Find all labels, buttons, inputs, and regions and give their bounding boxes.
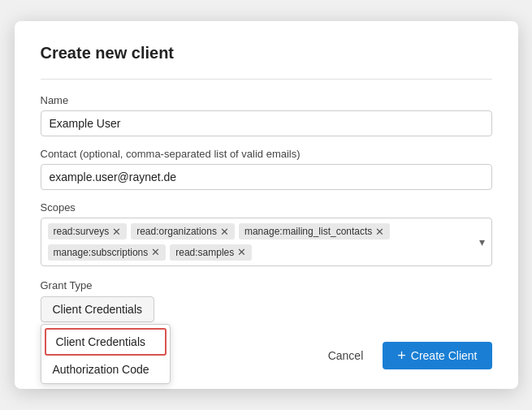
grant-type-label: Grant Type: [41, 279, 492, 291]
scopes-label: Scopes: [41, 201, 492, 214]
scope-tag-label: manage:mailing_list_contacts: [244, 226, 372, 237]
grant-type-button[interactable]: Client Credentials: [41, 296, 155, 322]
scopes-chevron-icon[interactable]: ▾: [479, 235, 485, 248]
contact-label: Contact (optional, comma-separated list …: [41, 148, 492, 160]
dropdown-item-label: Client Credentials: [56, 335, 146, 348]
scope-tag[interactable]: manage:mailing_list_contacts ✕: [239, 223, 390, 240]
scope-remove-icon[interactable]: ✕: [112, 227, 121, 237]
create-client-label: Create Client: [411, 349, 478, 362]
scope-tag[interactable]: manage:subscriptions ✕: [48, 244, 167, 261]
scope-tag-label: read:organizations: [136, 226, 217, 237]
cancel-button[interactable]: Cancel: [318, 343, 374, 368]
create-client-dialog: Create new client Name Contact (optional…: [15, 21, 518, 389]
dropdown-item-label: Authorization Code: [53, 363, 149, 376]
dropdown-item-authorization-code[interactable]: Authorization Code: [41, 356, 170, 383]
scope-remove-icon[interactable]: ✕: [151, 247, 160, 257]
contact-input[interactable]: [41, 164, 492, 190]
divider: [41, 79, 492, 80]
grant-type-dropdown-wrapper: Client Credentials Client Credentials Au…: [41, 296, 155, 322]
scope-tag[interactable]: read:samples ✕: [170, 244, 252, 261]
scope-tag-label: read:surveys: [54, 226, 110, 237]
dropdown-item-client-credentials[interactable]: Client Credentials: [45, 328, 167, 356]
scope-tag[interactable]: read:surveys ✕: [48, 223, 128, 240]
grant-type-dropdown-menu: Client Credentials Authorization Code: [41, 324, 171, 384]
scope-tag[interactable]: read:organizations ✕: [131, 223, 235, 240]
scope-remove-icon[interactable]: ✕: [237, 247, 246, 257]
scope-tag-label: read:samples: [175, 247, 234, 258]
scope-remove-icon[interactable]: ✕: [375, 227, 384, 237]
name-label: Name: [41, 94, 492, 106]
create-client-button[interactable]: + Create Client: [383, 342, 491, 369]
scope-remove-icon[interactable]: ✕: [220, 227, 229, 237]
dialog-title: Create new client: [41, 44, 492, 63]
name-input[interactable]: [41, 110, 492, 136]
scope-tag-label: manage:subscriptions: [54, 247, 149, 258]
scopes-box: read:surveys ✕ read:organizations ✕ mana…: [41, 218, 492, 266]
plus-icon: +: [397, 348, 406, 363]
